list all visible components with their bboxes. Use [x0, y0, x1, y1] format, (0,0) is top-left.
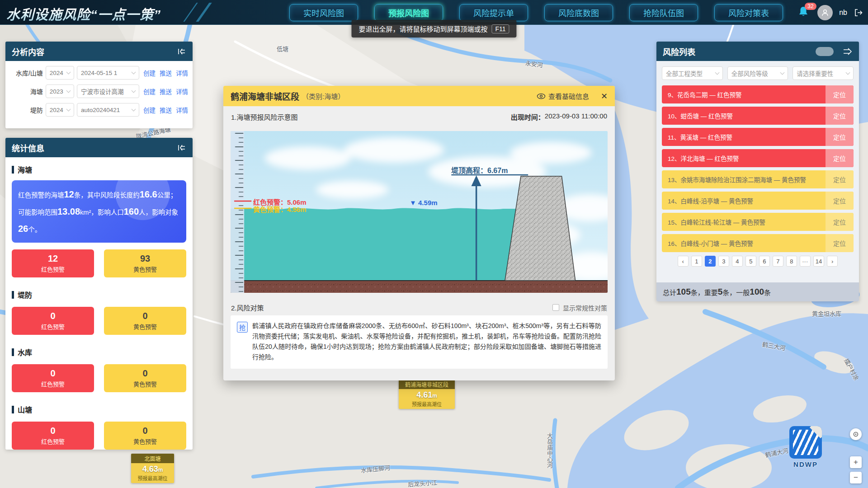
- year-select[interactable]: 2024: [46, 103, 74, 117]
- crest-elevation-label: 堤顶高程：6.67m: [451, 164, 508, 175]
- reservoir-yellow-warning-card[interactable]: 0黄色预警: [104, 364, 186, 392]
- push-link[interactable]: 推送: [160, 87, 172, 96]
- locate-button[interactable]: 定位: [826, 234, 854, 252]
- push-link[interactable]: 推送: [160, 68, 172, 77]
- page-button[interactable]: 6: [759, 256, 770, 267]
- risk-item[interactable]: 16、白峰线-小门塘 — 黄色预警定位: [662, 234, 854, 252]
- dike-red-warning-card[interactable]: 0红色预警: [12, 307, 94, 335]
- chevron-down-icon: [66, 107, 71, 112]
- seawall-red-warning-card[interactable]: 12红色预警: [12, 249, 94, 277]
- locate-button[interactable]: 定位: [826, 85, 854, 103]
- nav-risk-base-map[interactable]: 风险底数图: [544, 4, 613, 21]
- avatar[interactable]: [817, 5, 833, 20]
- reservoir-red-warning-card[interactable]: 0红色预警: [12, 364, 94, 392]
- risk-item[interactable]: 10、蚶岙塘 — 红色预警定位: [662, 107, 854, 125]
- risk-item[interactable]: 11、黄溪塘 — 红色预警定位: [662, 128, 854, 146]
- risk-list-toggle[interactable]: [816, 47, 834, 56]
- analysis-row-reservoir: 水库/山塘 2024 2024-05-15 1 创建 推送 详情: [10, 66, 188, 80]
- importance-filter[interactable]: 请选择重要性: [793, 66, 854, 80]
- tide-badge-beimiantang[interactable]: 北面塘 4.63m 预报最高潮位: [131, 454, 174, 483]
- tide-badge-value: 4.63m: [131, 463, 174, 474]
- risk-item[interactable]: 15、白峰轮江线-轮江塘 — 黄色预警定位: [662, 213, 854, 231]
- page-button[interactable]: 7: [773, 256, 783, 267]
- water-level-marker-icon: ▼: [410, 199, 416, 206]
- page-button[interactable]: 3: [718, 256, 729, 267]
- tide-badge-hepu[interactable]: 鹤浦海塘非城区段 4.61m 预报最高潮位: [399, 380, 455, 409]
- create-link[interactable]: 创建: [143, 105, 156, 114]
- map-locate-button[interactable]: [850, 428, 862, 440]
- modal-header: 鹤浦海塘非城区段 （类别:海塘） 查看基础信息 ✕: [223, 86, 615, 106]
- page-button[interactable]: 5: [745, 256, 756, 267]
- map-label: 低塘: [277, 44, 288, 53]
- main-nav: 实时风险图 预报风险图 风险提示单 风险底数图 抢险队伍图 风险对策表: [289, 4, 783, 21]
- locate-button[interactable]: 定位: [826, 107, 854, 125]
- logout-icon[interactable]: [854, 8, 863, 18]
- nav-forecast-risk-map[interactable]: 预报风险图: [374, 4, 443, 21]
- locate-icon: [853, 431, 859, 437]
- nav-rescue-team-map[interactable]: 抢险队伍图: [629, 4, 698, 21]
- page-button[interactable]: 1: [691, 256, 702, 267]
- statistics-panel-header: 统计信息: [5, 138, 193, 157]
- chevron-down-icon: [132, 89, 136, 93]
- page-button[interactable]: 14: [813, 256, 824, 267]
- page-button[interactable]: 8: [786, 256, 797, 267]
- scheme-select[interactable]: 宁波市设计高潮: [77, 84, 139, 98]
- push-link[interactable]: 推送: [160, 105, 172, 114]
- locate-button[interactable]: 定位: [826, 170, 854, 188]
- chevron-down-icon: [132, 70, 136, 75]
- prev-page-button[interactable]: ‹: [678, 256, 689, 267]
- risk-summary-footer: 总计105条，重要5条，一般100条: [656, 282, 859, 301]
- risk-item[interactable]: 13、余姚市海塘除险治江围涂二期海塘 — 黄色预警定位: [662, 170, 854, 188]
- occurrence-time: 2023-09-03 11:00:00: [545, 112, 607, 122]
- ndwp-logo-text: NDWP: [786, 460, 825, 468]
- locate-button[interactable]: 定位: [826, 149, 854, 167]
- detail-link[interactable]: 详情: [176, 68, 188, 77]
- risk-item[interactable]: 9、花岙岛二期 — 红色预警定位: [662, 85, 854, 103]
- close-icon[interactable]: ✕: [601, 91, 608, 101]
- chevron-down-icon: [846, 70, 850, 75]
- expand-right-icon[interactable]: [843, 48, 853, 55]
- nav-risk-countermeasure-table[interactable]: 风险对策表: [714, 4, 783, 21]
- pond-red-warning-card[interactable]: 0红色预警: [12, 422, 94, 450]
- pond-yellow-warning-card[interactable]: 0黄色预警: [104, 422, 186, 450]
- scheme-select[interactable]: auto20240421: [77, 103, 139, 117]
- forecast-water-level-label: ▼ 4.59m: [410, 199, 438, 206]
- year-select[interactable]: 2023: [46, 84, 74, 98]
- project-type-filter[interactable]: 全部工程类型: [662, 66, 723, 80]
- notification-button[interactable]: 32: [797, 5, 811, 20]
- more-pages-button[interactable]: ···: [800, 256, 811, 267]
- detail-link[interactable]: 详情: [176, 105, 188, 114]
- create-link[interactable]: 创建: [143, 68, 156, 77]
- page-button-current[interactable]: 2: [705, 256, 716, 267]
- view-basic-info-button[interactable]: 查看基础信息: [537, 91, 589, 101]
- section-pond: 山塘: [12, 404, 186, 415]
- map-zoom-in-button[interactable]: +: [850, 456, 862, 468]
- row-label: 堤防: [10, 105, 43, 114]
- page-button[interactable]: 4: [732, 256, 743, 267]
- modal-title: 鹤浦海塘非城区段: [231, 90, 299, 102]
- risk-level-filter[interactable]: 全部风险等级: [727, 66, 788, 80]
- locate-button[interactable]: 定位: [826, 128, 854, 146]
- seawall-yellow-warning-card[interactable]: 93黄色预警: [104, 249, 186, 277]
- risk-item[interactable]: 12、洋北海塘 — 红色预警定位: [662, 149, 854, 167]
- year-select[interactable]: 2024: [46, 66, 74, 80]
- dike-yellow-warning-card[interactable]: 0黄色预警: [104, 307, 186, 335]
- analysis-panel-header: 分析内容: [5, 42, 193, 61]
- map-zoom-out-button[interactable]: −: [850, 472, 862, 483]
- statistics-panel-title: 统计信息: [12, 142, 44, 154]
- detail-link[interactable]: 详情: [176, 87, 188, 96]
- row-label: 水库/山塘: [10, 68, 43, 77]
- create-link[interactable]: 创建: [143, 87, 156, 96]
- collapse-icon[interactable]: [177, 144, 186, 151]
- locate-button[interactable]: 定位: [826, 192, 854, 210]
- risk-item[interactable]: 14、白峰线-沿亭塘 — 黄色预警定位: [662, 192, 854, 210]
- next-page-button[interactable]: ›: [827, 256, 838, 267]
- nav-realtime-risk-map[interactable]: 实时风险图: [289, 4, 358, 21]
- locate-button[interactable]: 定位: [826, 213, 854, 231]
- scheme-select[interactable]: 2024-05-15 1: [77, 66, 139, 80]
- nav-risk-notice-list[interactable]: 风险提示单: [459, 4, 528, 21]
- collapse-icon[interactable]: [177, 48, 186, 55]
- show-regular-countermeasures-checkbox[interactable]: [552, 304, 559, 311]
- pagination: ‹ 1 2 3 4 5 6 7 8 ··· 14 ›: [656, 256, 859, 267]
- risk-filters: 全部工程类型 全部风险等级 请选择重要性: [656, 61, 859, 82]
